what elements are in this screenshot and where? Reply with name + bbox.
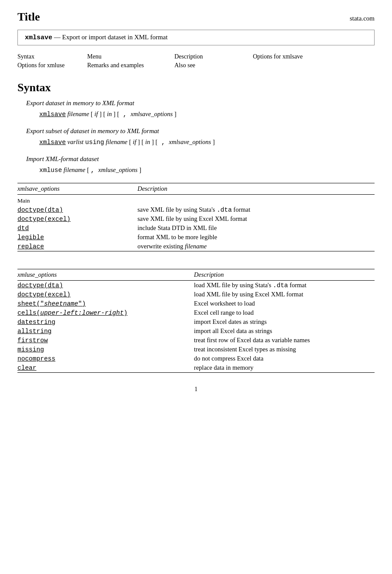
opt-dtd: dtd xyxy=(17,225,29,232)
table-row: firstrow treat first row of Excel data a… xyxy=(17,336,375,345)
nav-also-see[interactable]: Also see xyxy=(174,62,253,69)
opt-firstrow: firstrow xyxy=(17,337,48,344)
table-row: dtd include Stata DTD in XML file xyxy=(17,223,375,233)
opt-xmluse-doctype-excel: doctype(excel) xyxy=(17,291,71,298)
title-separator: — xyxy=(54,34,62,41)
opt-missing: missing xyxy=(17,346,44,353)
nav-options-xmluse[interactable]: Options for xmluse xyxy=(17,62,87,69)
stata-domain: stata.com xyxy=(350,15,375,22)
bracket-opts-3: [ , xmluse_options ] xyxy=(87,166,141,173)
opt-clear: clear xyxy=(17,364,37,371)
opt-sheet: sheet("sheetname") xyxy=(17,300,86,307)
table-row: legible format XML to be more legible xyxy=(17,233,375,242)
xmlsave-table-header-row: xmlsave_options Description xyxy=(17,183,375,195)
cmd-xmluse: xmluse xyxy=(39,167,62,174)
xmlsave-section-label: Main xyxy=(17,195,129,206)
page-title: Title xyxy=(17,10,40,24)
opt-doctype-excel: doctype(excel) xyxy=(17,216,71,223)
xmlsave-section-main: Main xyxy=(17,195,375,206)
nav-links: Syntax Menu Description Options for xmls… xyxy=(17,53,375,69)
page-number: 1 xyxy=(17,386,375,393)
opt-legible-desc: format XML to be more legible xyxy=(129,233,375,242)
bracket-in-1: [ xyxy=(103,110,107,117)
opt-cells-desc: Excel cell range to load xyxy=(185,308,375,317)
xmluse-col2-header: Description xyxy=(185,269,375,281)
table-row: clear replace data in memory xyxy=(17,363,375,373)
param-filename-3: filename xyxy=(64,166,87,173)
opt-legible: legible xyxy=(17,234,44,241)
syntax-line-3: xmluse filename [ , xmluse_options ] xyxy=(39,165,375,175)
table-row: allstring import all Excel data as strin… xyxy=(17,327,375,336)
opt-xmluse-doctype-dta: doctype(dta) xyxy=(17,282,63,289)
xmlsave-col1-header: xmlsave_options xyxy=(17,183,129,195)
syntax-heading: Syntax xyxy=(17,81,375,94)
opt-replace: replace xyxy=(17,243,44,250)
cmd-xmlsave-2: xmlsave xyxy=(39,139,66,146)
nav-menu[interactable]: Menu xyxy=(87,53,174,60)
page-header: Title stata.com xyxy=(17,10,375,24)
nav-syntax[interactable]: Syntax xyxy=(17,53,87,60)
bracket-in-2: [ xyxy=(142,138,145,145)
nav-description[interactable]: Description xyxy=(174,53,253,60)
xmlsave-options-table: xmlsave_options Description Main doctype… xyxy=(17,183,375,251)
opt-nocompress: nocompress xyxy=(17,355,55,362)
bracket-if-1: [ xyxy=(91,110,94,117)
table-row: missing treat inconsistent Excel types a… xyxy=(17,345,375,354)
syntax-group-2: Export subset of dataset in memory to XM… xyxy=(17,127,375,148)
title-description: Export or import dataset in XML format xyxy=(62,34,168,41)
nav-options-xmlsave[interactable]: Options for xmlsave xyxy=(253,53,340,60)
nav-remarks[interactable]: Remarks and examples xyxy=(87,62,174,69)
syntax-line-2: xmlsave varlist using filename [ if ] [ … xyxy=(39,137,375,148)
syntax-label-1: Export dataset in memory to XML format xyxy=(26,100,375,107)
opt-allstring-desc: import all Excel data as strings xyxy=(185,327,375,336)
table-row: nocompress do not compress Excel data xyxy=(17,354,375,363)
table-row: doctype(dta) load XML file by using Stat… xyxy=(17,281,375,290)
syntax-section: Syntax Export dataset in memory to XML f… xyxy=(17,81,375,175)
syntax-label-3: Import XML-format dataset xyxy=(26,155,375,163)
table-row: doctype(excel) save XML file by using Ex… xyxy=(17,214,375,223)
bracket-opts-1: [ , xmlsave_options ] xyxy=(117,110,177,117)
opt-dtd-desc: include Stata DTD in XML file xyxy=(129,223,375,233)
opt-doctype-excel-desc: save XML file by using Excel XML format xyxy=(129,214,375,223)
cmd-xmlsave-1: xmlsave xyxy=(39,111,66,118)
syntax-group-1: Export dataset in memory to XML format x… xyxy=(17,100,375,120)
opt-doctype-dta-desc: save XML file by using Stata's .dta form… xyxy=(129,205,375,214)
opt-allstring: allstring xyxy=(17,328,51,335)
param-filename-1: filename xyxy=(68,110,91,117)
opt-clear-desc: replace data in memory xyxy=(185,363,375,373)
bracket-opts-2: [ , xmlsave_options ] xyxy=(155,138,215,145)
opt-firstrow-desc: treat first row of Excel data as variabl… xyxy=(185,336,375,345)
opt-doctype-dta: doctype(dta) xyxy=(17,206,63,213)
keyword-using: using xyxy=(85,139,104,146)
param-varlist: varlist xyxy=(68,138,85,145)
table-row: datestring import Excel dates as strings xyxy=(17,317,375,327)
opt-cells: cells(upper-left:lower-right) xyxy=(17,309,127,316)
opt-datestring-desc: import Excel dates as strings xyxy=(185,317,375,327)
xmlsave-col2-header: Description xyxy=(129,183,375,195)
param-filename-2: filename xyxy=(106,138,129,145)
opt-xmluse-doctype-dta-desc: load XML file by using Stata's .dta form… xyxy=(185,281,375,290)
table-row: cells(upper-left:lower-right) Excel cell… xyxy=(17,308,375,317)
opt-replace-desc: overwrite existing filename xyxy=(129,242,375,251)
table-row: replace overwrite existing filename xyxy=(17,242,375,251)
table-spacer xyxy=(17,259,375,269)
opt-missing-desc: treat inconsistent Excel types as missin… xyxy=(185,345,375,354)
syntax-line-1: xmlsave filename [ if ] [ in ] [ , xmlsa… xyxy=(39,110,375,120)
opt-nocompress-desc: do not compress Excel data xyxy=(185,354,375,363)
table-row: doctype(excel) load XML file by using Ex… xyxy=(17,290,375,299)
command-name: xmlsave xyxy=(25,34,52,41)
syntax-group-3: Import XML-format dataset xmluse filenam… xyxy=(17,155,375,175)
table-row: sheet("sheetname") Excel worksheet to lo… xyxy=(17,299,375,308)
syntax-label-2: Export subset of dataset in memory to XM… xyxy=(26,127,375,135)
opt-sheet-desc: Excel worksheet to load xyxy=(185,299,375,308)
opt-datestring: datestring xyxy=(17,319,55,326)
opt-xmluse-doctype-excel-desc: load XML file by using Excel XML format xyxy=(185,290,375,299)
title-box: xmlsave — Export or import dataset in XM… xyxy=(17,30,375,45)
table-row: doctype(dta) save XML file by using Stat… xyxy=(17,205,375,214)
xmluse-table-header-row: xmluse_options Description xyxy=(17,269,375,281)
xmluse-options-table: xmluse_options Description doctype(dta) … xyxy=(17,269,375,373)
xmluse-col1-header: xmluse_options xyxy=(17,269,185,281)
